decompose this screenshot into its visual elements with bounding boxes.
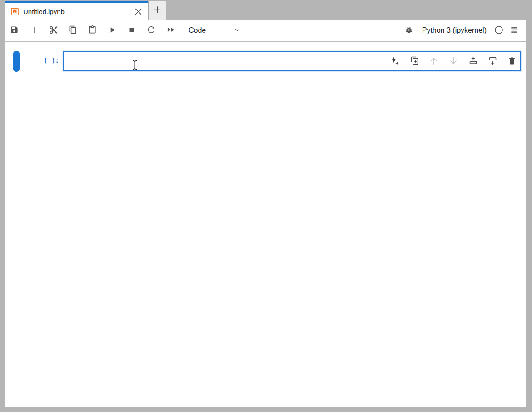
run-all-icon: [166, 25, 175, 36]
toolbar-right-group: Python 3 (ipykernel): [401, 21, 526, 40]
new-tab-button[interactable]: [148, 1, 166, 20]
save-button[interactable]: [5, 21, 24, 40]
jupyterlab-window: Untitled.ipynb: [5, 1, 526, 407]
chevron-down-icon: [234, 26, 241, 35]
toolbar-menu-button[interactable]: [507, 21, 522, 40]
add-cell-button[interactable]: [24, 21, 44, 40]
close-icon[interactable]: [133, 6, 144, 17]
copy-cell-button[interactable]: [63, 21, 83, 40]
plus-icon: [153, 5, 162, 16]
kernel-status-button[interactable]: [491, 21, 507, 40]
tab-bar: Untitled.ipynb: [5, 1, 526, 20]
paste-cell-icon: [88, 25, 97, 35]
move-up-button[interactable]: [428, 55, 439, 68]
cut-cell-icon: [49, 25, 58, 36]
hamburger-menu-icon: [510, 25, 519, 36]
insert-below-icon: [488, 56, 497, 67]
insert-below-button[interactable]: [487, 55, 498, 68]
kernel-name[interactable]: Python 3 (ipykernel): [422, 26, 487, 35]
sparkles-ai-icon: [390, 56, 400, 67]
run-cell-icon: [108, 25, 117, 36]
notebook-content-area: [ ]:: [5, 42, 526, 407]
notebook-icon: [10, 7, 19, 16]
restart-kernel-icon: [147, 25, 156, 36]
add-cell-icon: [30, 25, 39, 36]
cell-editor[interactable]: [63, 51, 521, 71]
copy-cell-icon: [69, 25, 77, 35]
duplicate-cell-button[interactable]: [409, 55, 420, 68]
tab-title: Untitled.ipynb: [23, 8, 133, 15]
move-down-icon: [448, 56, 458, 67]
stop-kernel-icon: [128, 26, 136, 35]
tab-untitled-notebook[interactable]: Untitled.ipynb: [5, 1, 148, 20]
bug-icon: [405, 26, 413, 35]
kernel-idle-circle-icon: [494, 25, 504, 36]
cut-cell-button[interactable]: [44, 21, 63, 40]
run-cell-button[interactable]: [102, 21, 122, 40]
cell-collapser[interactable]: [13, 51, 20, 72]
cell-type-selected: Code: [189, 26, 206, 35]
cell-input-prompt: [ ]:: [21, 56, 59, 65]
notebook-toolbar: Code Python 3 (ipykernel): [5, 20, 526, 42]
insert-above-icon: [468, 56, 478, 67]
save-icon: [10, 25, 19, 35]
sparkles-ai-button[interactable]: [389, 55, 400, 68]
delete-cell-button[interactable]: [507, 55, 517, 68]
delete-cell-icon: [507, 56, 517, 67]
debugger-button[interactable]: [401, 21, 417, 40]
cell-toolbar: [389, 52, 519, 70]
insert-above-button[interactable]: [467, 55, 478, 68]
move-down-button[interactable]: [448, 55, 459, 68]
paste-cell-button[interactable]: [83, 21, 102, 40]
cell-type-dropdown[interactable]: Code: [180, 23, 248, 38]
restart-kernel-button[interactable]: [141, 21, 161, 40]
run-all-button[interactable]: [161, 21, 180, 40]
stop-kernel-button[interactable]: [122, 21, 141, 40]
move-up-icon: [429, 56, 439, 67]
duplicate-cell-icon: [410, 56, 419, 67]
